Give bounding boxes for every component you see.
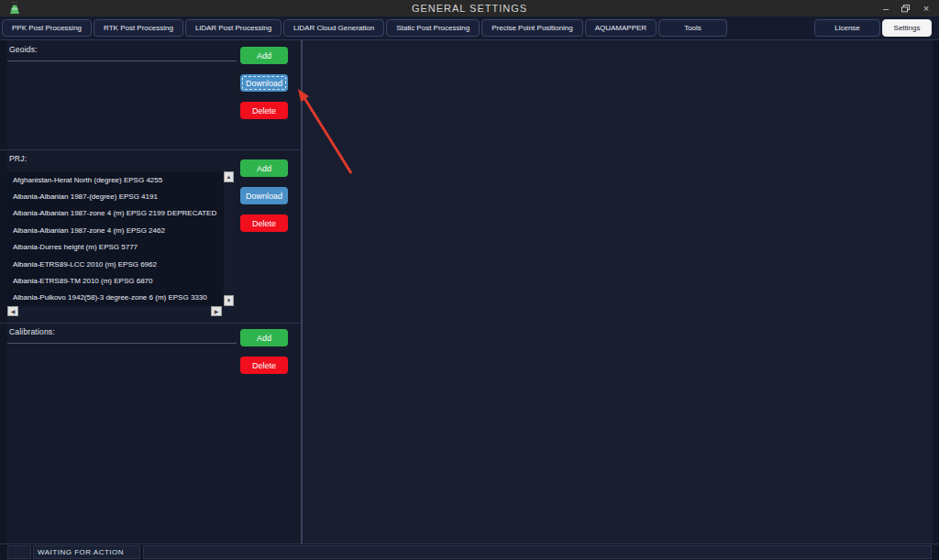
- minimize-icon[interactable]: –: [878, 1, 893, 16]
- scroll-down-icon[interactable]: ▼: [224, 295, 234, 306]
- prj-download-button[interactable]: Download: [240, 187, 288, 204]
- list-item[interactable]: Albania-Albanian 1987-zone 4 (m) EPSG 21…: [7, 205, 224, 222]
- titlebar: GENERAL SETTINGS – ×: [0, 0, 939, 16]
- tab-ppk-post-processing[interactable]: PPK Post Processing: [2, 19, 92, 37]
- status-message: WAITING FOR ACTION: [33, 545, 140, 559]
- geoids-section-label: Geoids:: [9, 45, 38, 54]
- list-item[interactable]: Albania-ETRS89-LCC 2010 (m) EPSG 6962: [7, 256, 224, 272]
- settings-content-panel: [303, 40, 933, 544]
- app-window: GENERAL SETTINGS – × PPK Post Processing…: [0, 0, 939, 560]
- calibrations-underline: [7, 343, 237, 344]
- prj-delete-button[interactable]: Delete: [240, 214, 288, 232]
- section-divider: [0, 149, 301, 150]
- list-item[interactable]: Albania-Albanian 1987-zone 4 (m) EPSG 24…: [7, 222, 224, 238]
- vertical-scrollbar[interactable]: ▲ ▼: [224, 171, 234, 306]
- calibrations-add-button[interactable]: Add: [240, 329, 288, 346]
- scroll-left-icon[interactable]: ◀: [7, 306, 18, 316]
- tab-bar: PPK Post Processing RTK Post Processing …: [0, 16, 939, 40]
- geoids-delete-button[interactable]: Delete: [240, 102, 288, 119]
- panel-divider: [301, 40, 303, 544]
- prj-section-label: PRJ:: [9, 154, 27, 163]
- geoids-add-button[interactable]: Add: [240, 47, 288, 64]
- list-item[interactable]: Albania-Durres height (m) EPSG 5777: [7, 239, 224, 256]
- window-controls: – ×: [878, 0, 933, 16]
- tab-aquamapper[interactable]: AQUAMAPPER: [585, 19, 657, 37]
- window-title: GENERAL SETTINGS: [0, 0, 939, 16]
- prj-listbox: Afghanistan-Herat North (degree) EPSG 42…: [7, 171, 234, 316]
- calibrations-section-label: Calibrations:: [9, 327, 55, 336]
- geoids-download-button[interactable]: Download: [240, 74, 288, 92]
- license-button[interactable]: License: [814, 19, 880, 37]
- list-item[interactable]: Albania-ETRS89-TM 2010 (m) EPSG 6870: [7, 272, 224, 289]
- restore-icon[interactable]: [899, 1, 913, 16]
- tab-lidar-post-processing[interactable]: LiDAR Post Processing: [185, 19, 282, 37]
- status-cell-right: [143, 545, 932, 559]
- list-item[interactable]: Albania-Pulkovo 1942(58)-3 degree-zone 6…: [7, 290, 224, 306]
- status-cell-left: [7, 545, 31, 559]
- tab-lidar-cloud-generation[interactable]: LiDAR Cloud Generation: [283, 19, 384, 37]
- status-bar: WAITING FOR ACTION: [0, 544, 939, 560]
- scroll-up-icon[interactable]: ▲: [224, 171, 234, 182]
- tab-tools[interactable]: Tools: [658, 19, 727, 37]
- section-divider: [0, 323, 301, 324]
- calibrations-delete-button[interactable]: Delete: [240, 357, 288, 374]
- geoids-underline: [7, 60, 237, 61]
- settings-button-active[interactable]: Settings: [882, 19, 932, 37]
- tab-precise-point-positioning[interactable]: Precise Point Positioning: [481, 19, 583, 37]
- settings-sidebar: Geoids: Add Download Delete PRJ: Afghani…: [7, 40, 301, 544]
- list-item[interactable]: Afghanistan-Herat North (degree) EPSG 42…: [7, 171, 224, 188]
- scroll-right-icon[interactable]: ▶: [211, 306, 222, 316]
- tab-rtk-post-processing[interactable]: RTK Post Processing: [94, 19, 183, 37]
- tab-static-post-processing[interactable]: Static Post Processing: [386, 19, 480, 37]
- horizontal-scrollbar[interactable]: ◀ ▶: [7, 306, 234, 316]
- prj-add-button[interactable]: Add: [240, 159, 288, 177]
- close-icon[interactable]: ×: [919, 1, 933, 16]
- list-item[interactable]: Albania-Albanian 1987-(degree) EPSG 4191: [7, 188, 224, 204]
- prj-list-rows: Afghanistan-Herat North (degree) EPSG 42…: [7, 171, 224, 306]
